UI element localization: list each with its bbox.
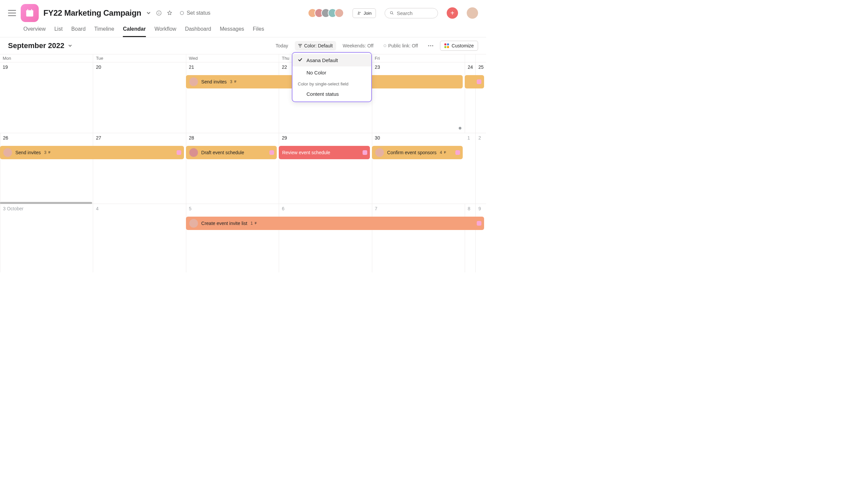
customize-label: Customize (452, 43, 474, 48)
task-title: Draft event schedule (201, 150, 244, 155)
tab-dashboard[interactable]: Dashboard (185, 26, 211, 37)
ellipsis-icon (428, 45, 433, 46)
task-bar[interactable]: Review event schedule (279, 146, 370, 159)
date-number: 27 (93, 135, 186, 143)
task-title: Review event schedule (282, 150, 330, 155)
calendar-cell[interactable]: 1 (465, 133, 475, 204)
calendar-cell[interactable]: 4 (93, 204, 186, 272)
public-link-label: Public link: Off (388, 43, 418, 48)
create-button[interactable]: + (447, 7, 458, 19)
date-number: 5 (186, 206, 279, 214)
date-number: 2 (476, 135, 486, 143)
filter-icon (298, 44, 302, 48)
calendar-cell[interactable]: 7 (372, 204, 465, 272)
member-avatars[interactable] (310, 8, 344, 18)
grid-icon (444, 43, 449, 48)
current-user-avatar[interactable] (467, 7, 478, 19)
day-header (475, 55, 486, 62)
set-status-button[interactable]: Set status (180, 10, 210, 16)
chevron-down-icon (68, 43, 72, 48)
tab-timeline[interactable]: Timeline (94, 26, 114, 37)
subtask-count: 1 (251, 221, 258, 226)
assignee-avatar (189, 219, 198, 228)
svg-point-11 (428, 45, 429, 46)
join-label: Join (364, 11, 372, 16)
calendar-cell[interactable]: 26 (0, 133, 93, 204)
app-header: FY22 Marketing Campaign Set status Join … (0, 0, 486, 22)
assignee-avatar (189, 148, 198, 157)
svg-point-8 (360, 12, 361, 13)
task-tag (270, 150, 274, 155)
svg-rect-3 (31, 9, 32, 11)
task-title: Send invites (201, 79, 227, 85)
date-number: 24 (465, 64, 475, 72)
search-input[interactable] (384, 8, 438, 19)
dropdown-section-header: Color by single-select field (292, 79, 371, 88)
info-icon[interactable] (156, 10, 162, 16)
tab-overview[interactable]: Overview (23, 26, 46, 37)
tab-list[interactable]: List (54, 26, 63, 37)
public-link-toggle[interactable]: Public link: Off (380, 41, 421, 51)
project-icon[interactable] (21, 4, 39, 22)
weekends-toggle[interactable]: Weekends: Off (340, 41, 377, 51)
tab-board[interactable]: Board (71, 26, 86, 37)
tab-messages[interactable]: Messages (220, 26, 244, 37)
calendar-cell[interactable]: 29 (279, 133, 372, 204)
task-bar[interactable]: Draft event schedule (186, 146, 277, 159)
calendar-cell[interactable]: 21 (186, 62, 279, 133)
more-options-button[interactable] (425, 43, 437, 48)
customize-button[interactable]: Customize (440, 41, 478, 51)
date-number: 4 (93, 206, 186, 214)
task-bar[interactable]: Confirm event sponsors4 (372, 146, 463, 159)
calendar-cell[interactable]: 2 (475, 133, 486, 204)
month-label: September 2022 (8, 41, 64, 50)
tab-files[interactable]: Files (253, 26, 264, 37)
svg-rect-1 (26, 10, 33, 12)
calendar-cell[interactable]: 19 (0, 62, 93, 133)
menu-icon[interactable] (8, 10, 16, 16)
calendar-cell[interactable]: 8 (465, 204, 475, 272)
calendar-cell[interactable]: 20 (93, 62, 186, 133)
date-number: 21 (186, 64, 279, 72)
calendar-cell[interactable]: 24 (465, 62, 475, 133)
join-button[interactable]: Join (352, 8, 376, 18)
star-icon[interactable] (166, 10, 173, 16)
task-tag (455, 150, 460, 155)
assignee-avatar (3, 148, 12, 157)
overflow-indicator[interactable] (459, 127, 461, 130)
calendar-cell[interactable]: 23 (372, 62, 465, 133)
subtask-count: 4 (440, 150, 447, 155)
date-number: 25 (476, 64, 486, 72)
svg-rect-2 (27, 9, 28, 11)
dropdown-item[interactable]: Content status (292, 88, 371, 100)
project-title[interactable]: FY22 Marketing Campaign (43, 8, 141, 18)
status-circle-icon (180, 11, 184, 15)
calendar-cell[interactable]: 6 (279, 204, 372, 272)
task-bar[interactable]: Send invites3 (0, 146, 184, 159)
task-bar[interactable] (465, 75, 484, 89)
today-button[interactable]: Today (272, 41, 291, 51)
dropdown-item[interactable]: No Color (292, 66, 371, 79)
dropdown-item[interactable]: Asana Default (292, 54, 371, 66)
calendar-cell[interactable]: 30 (372, 133, 465, 204)
calendar-cell[interactable]: 25 (475, 62, 486, 133)
tab-calendar[interactable]: Calendar (123, 26, 146, 37)
calendar-cell[interactable]: 9 (475, 204, 486, 272)
day-header: Wed (186, 55, 279, 62)
task-title: Create event invite list (201, 221, 247, 226)
date-number: 20 (93, 64, 186, 72)
chevron-down-icon[interactable] (146, 10, 151, 16)
calendar-cell[interactable]: 27 (93, 133, 186, 204)
tab-workflow[interactable]: Workflow (155, 26, 177, 37)
calendar-cell[interactable]: 3 October (0, 204, 93, 272)
date-number: 23 (372, 64, 465, 72)
calendar-cell[interactable]: 5 (186, 204, 279, 272)
subtask-count: 3 (44, 150, 52, 155)
search-field[interactable] (397, 10, 433, 16)
calendar-cell[interactable]: 28 (186, 133, 279, 204)
month-picker[interactable]: September 2022 (8, 41, 72, 50)
task-bar[interactable]: Create event invite list1 (186, 217, 484, 230)
color-filter-button[interactable]: Color: Default (295, 41, 336, 51)
date-number: 19 (0, 64, 93, 72)
svg-point-9 (390, 12, 393, 14)
